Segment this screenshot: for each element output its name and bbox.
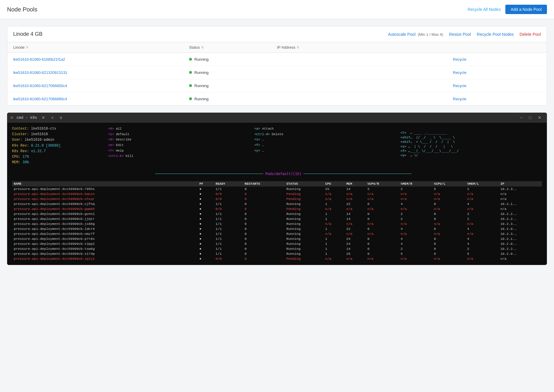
pod-ip: n/a (499, 191, 542, 196)
terminal-dropdown-btn[interactable]: ∨ (58, 115, 64, 121)
page-title: Node Pools (7, 6, 37, 13)
recycle-node-link[interactable]: Recycle (453, 57, 466, 62)
recycle-node-link[interactable]: Recycle (453, 84, 466, 88)
pod-pf: ● (198, 231, 214, 236)
pod-name: pressure-api-deployment-6cc59999cb-bqnzn (12, 191, 198, 196)
pod-name: pressure-api-deployment-6cc59999cb-jjqtr (12, 216, 198, 221)
pod-cpu: 1 (324, 201, 345, 206)
pod-cpuR: n/a (366, 231, 399, 236)
pod-ready: 1/1 (214, 231, 243, 236)
pod-cpu: 1 (324, 251, 345, 256)
resize-pool-link[interactable]: Resize Pool (449, 32, 471, 37)
node-link[interactable]: lke51610-81060-6217066890c4 (13, 97, 67, 101)
pod-ip: 10.2.3.… (499, 186, 542, 191)
pod-status: Pending (285, 196, 324, 201)
pods-col-name: NAME (12, 181, 198, 186)
pod-mem: 14 (345, 216, 366, 221)
pod-ready: 1/1 (214, 251, 243, 256)
terminal-close-btn[interactable]: ✕ (536, 115, 543, 121)
pool-table-row: lke51610-81060-621320913131 Running Recy… (7, 66, 547, 79)
k8s-rev-label: K8s Rev: (12, 149, 29, 153)
pod-ready: 1/1 (214, 246, 243, 251)
pool-name: Linode 4 GB (13, 31, 43, 37)
pod-ready: 1/1 (214, 221, 243, 226)
pod-mem: 14 (345, 186, 366, 191)
pod-cpuL: 0 (432, 251, 465, 256)
node-link[interactable]: lke51610-81060-621320913131 (13, 70, 67, 75)
status-cell: Running (189, 57, 277, 62)
pod-memR: 2 (399, 216, 432, 221)
recycle-node-link[interactable]: Recycle (453, 70, 466, 75)
pod-mem: n/a (345, 231, 366, 236)
recycle-node-link[interactable]: Recycle (453, 97, 466, 101)
autoscale-pool-link[interactable]: Autoscale Pool (Min 1 / Max 4) (388, 32, 443, 37)
pod-ip: 10.2.2.… (499, 216, 542, 221)
pod-ready: 1/1 (214, 236, 243, 241)
pod-pf: ● (198, 201, 214, 206)
pod-pf: ● (198, 196, 214, 201)
pod-ip: n/a (499, 206, 542, 211)
pod-cpuR: 0 (366, 241, 399, 246)
terminal-close-tab-btn[interactable]: ✕ (40, 115, 46, 121)
pod-mem: 22 (345, 226, 366, 231)
node-name-cell: lke51610-81060-6217066800c4 (13, 83, 189, 88)
terminal-titlebar: ⊡ cmd - k9s ✕ + ∨ − □ ✕ (7, 113, 547, 123)
pod-name: pressure-api-deployment-6cc59999cb-ldcr6 (12, 226, 198, 231)
node-name-cell: lke51610-81060-61fd0b21f1a2 (13, 57, 189, 62)
node-link[interactable]: lke51610-81060-61fd0b21f1a2 (13, 57, 65, 62)
pod-status: Running (285, 251, 324, 256)
col-linode[interactable]: Linode ⇅ (13, 45, 189, 50)
pod-memL: 2 (465, 211, 499, 216)
status-dot (189, 97, 192, 100)
pod-restarts: 0 (243, 251, 285, 256)
col-ip[interactable]: IP Address ⇅ (277, 45, 453, 50)
header-actions: Recycle All Nodes Add a Node Pool (468, 5, 547, 14)
pod-name: pressure-api-deployment-6cc59999cb-795hs (12, 186, 198, 191)
divider-title: Pods(default)[15] (265, 172, 301, 176)
pods-col-restarts: RESTARTS (243, 181, 285, 186)
pod-memL: 4 (465, 226, 499, 231)
pod-cpuL: 5 (432, 186, 465, 191)
pod-memL: n/a (465, 231, 499, 236)
pod-status: Pending (285, 191, 324, 196)
pod-memL: n/a (465, 196, 499, 201)
delete-pool-link[interactable]: Delete Pool (520, 32, 541, 37)
pod-restarts: 0 (243, 206, 285, 211)
terminal-minimize-btn[interactable]: − (518, 115, 524, 121)
pod-cpu: n/a (324, 221, 345, 226)
pod-cpu: n/a (324, 206, 345, 211)
recycle-all-button[interactable]: Recycle All Nodes (468, 7, 501, 12)
pods-col-status: STATUS (285, 181, 324, 186)
add-pool-button[interactable]: Add a Node Pool (505, 5, 547, 14)
recycle-cell: Recycle (453, 83, 541, 88)
pod-ready: 1/1 (214, 241, 243, 246)
terminal-add-tab-btn[interactable]: + (50, 115, 55, 121)
pool-table-row: lke51610-81060-61fd0b21f1a2 Running Recy… (7, 53, 547, 66)
autoscale-label[interactable]: Autoscale Pool (388, 32, 415, 37)
pod-row: pressure-api-deployment-6cc59999cb-t2pp2… (12, 241, 542, 246)
pod-cpuR: n/a (366, 221, 399, 226)
pod-row: pressure-api-deployment-6cc59999cb-zp2j2… (12, 256, 542, 261)
col-status[interactable]: Status ⇅ (189, 45, 277, 50)
pod-ready: 0/0 (214, 256, 243, 261)
terminal-shortcuts: <0> all <1> default <d> Describe <e> Edi… (108, 126, 542, 165)
pod-cpuR: 0 (366, 216, 399, 221)
pod-row: pressure-api-deployment-6cc59999cb-795hs… (12, 186, 542, 191)
terminal-body: Context: lke51610-ctx Cluster: lke51610 … (7, 123, 547, 265)
terminal-maximize-btn[interactable]: □ (527, 115, 533, 121)
cpu-val: 17% (23, 155, 29, 159)
node-link[interactable]: lke51610-81060-6217066800c4 (13, 84, 67, 88)
pod-cpuL: 0 (432, 211, 465, 216)
cluster-label: Cluster: (12, 132, 29, 136)
recycle-pool-nodes-link[interactable]: Recycle Pool Nodes (477, 32, 514, 37)
pod-status: Running (285, 221, 324, 226)
pod-ready: 1/1 (214, 216, 243, 221)
table-header: Linode ⇅ Status ⇅ IP Address ⇅ (7, 42, 547, 53)
pod-mem: n/a (345, 206, 366, 211)
k9s-rev-label: K9s Rev: (12, 144, 29, 148)
terminal-divider: ────────────────────────────────────────… (12, 167, 542, 181)
pod-name: pressure-api-deployment-6cc59999cb-gqm85 (12, 206, 198, 211)
pod-status: Running (285, 216, 324, 221)
pod-cpuR: n/a (366, 256, 399, 261)
pod-cpuL: n/a (432, 196, 465, 201)
